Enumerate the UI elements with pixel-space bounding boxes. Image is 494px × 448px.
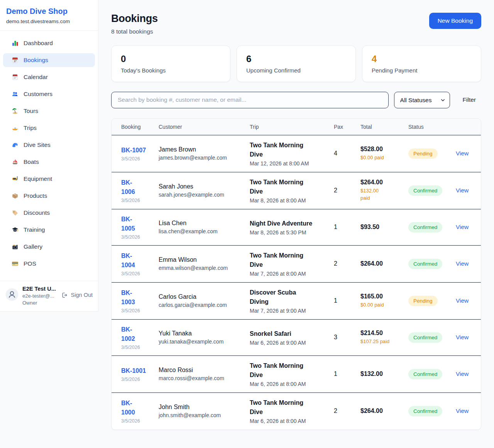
- customer-name: Lisa Chen: [159, 220, 242, 227]
- status-filter-select[interactable]: All Statuses: [394, 92, 450, 108]
- view-link[interactable]: View: [456, 334, 469, 340]
- user-role: Owner: [22, 300, 58, 306]
- booking-date: 3/5/2026: [121, 418, 151, 424]
- sign-out-label: Sign Out: [71, 292, 93, 298]
- table-row: BK-1000 3/5/2026 John Smith john.smith@e…: [112, 392, 481, 429]
- view-link[interactable]: View: [456, 371, 469, 377]
- sidebar-item-tours[interactable]: Tours: [3, 104, 95, 118]
- trip-datetime: Mar 8, 2026 at 5:30 PM: [250, 229, 326, 236]
- total-amount: $93.50: [360, 224, 401, 231]
- sidebar-item-discounts[interactable]: Discounts: [3, 206, 95, 220]
- sidebar-item-label: Dashboard: [24, 40, 53, 47]
- view-link[interactable]: View: [456, 408, 469, 414]
- sidebar-item-dive-sites[interactable]: Dive Sites: [3, 138, 95, 152]
- pax-value: 2: [334, 187, 337, 194]
- island-icon: [12, 108, 19, 115]
- search-input[interactable]: [111, 92, 389, 108]
- view-link[interactable]: View: [456, 260, 469, 267]
- status-badge: Confirmed: [408, 369, 442, 379]
- column-header-status: Status: [404, 119, 452, 135]
- stat-value: 6: [246, 54, 346, 65]
- stat-label: Upcoming Confirmed: [246, 67, 346, 74]
- trip-name: Two Tank MorningDive: [250, 178, 326, 196]
- paid-amount: $132.00paid: [360, 187, 401, 202]
- total-amount: $528.00: [360, 146, 401, 153]
- stat-card-upcoming-confirmed: 6 Upcoming Confirmed: [237, 45, 356, 82]
- filter-button[interactable]: Filter: [463, 96, 476, 103]
- users-icon: [12, 91, 19, 98]
- sidebar-item-dashboard[interactable]: Dashboard: [3, 36, 95, 50]
- sidebar-item-label: Equipment: [24, 175, 52, 182]
- view-link[interactable]: View: [456, 187, 469, 194]
- sidebar-item-trips[interactable]: Trips: [3, 121, 95, 135]
- table-row: BK-1006 3/5/2026 Sarah Jones sarah.jones…: [112, 172, 481, 209]
- sidebar-item-label: Tours: [24, 108, 38, 115]
- trip-datetime: Mar 6, 2026 at 8:00 AM: [250, 381, 326, 387]
- pax-value: 4: [334, 150, 337, 157]
- sidebar-item-label: Training: [24, 226, 45, 233]
- trip-name: Night Dive Adventure: [250, 219, 326, 228]
- view-link[interactable]: View: [456, 224, 469, 230]
- booking-id-link[interactable]: BK-1002: [121, 325, 135, 344]
- booking-id-link[interactable]: BK-1007: [121, 146, 146, 155]
- package-icon: [12, 192, 19, 199]
- sidebar-item-pos[interactable]: POS: [3, 257, 95, 271]
- pax-value: 1: [334, 297, 337, 304]
- booking-id-link[interactable]: BK-1005: [121, 215, 135, 233]
- sidebar-item-bookings[interactable]: 17 Bookings: [3, 53, 95, 67]
- brand-block: Demo Dive Shop demo.test.divestreams.com: [0, 0, 98, 31]
- grad-cap-icon: [12, 226, 19, 233]
- status-badge: Pending: [408, 296, 438, 306]
- booking-id-link[interactable]: BK-1006: [121, 178, 135, 197]
- customer-name: Yuki Tanaka: [159, 330, 242, 337]
- svg-text:17: 17: [14, 60, 17, 62]
- page-header: Bookings 8 total bookings New Booking: [111, 13, 481, 35]
- booking-date: 3/5/2026: [121, 345, 151, 350]
- view-link[interactable]: View: [456, 150, 469, 157]
- trip-datetime: Mar 6, 2026 at 9:00 AM: [250, 340, 326, 346]
- new-booking-button[interactable]: New Booking: [429, 13, 481, 29]
- booking-id-link[interactable]: BK-1003: [121, 288, 135, 307]
- logout-icon: [61, 291, 68, 298]
- customer-name: Carlos Garcia: [159, 293, 242, 300]
- sidebar-item-customers[interactable]: Customers: [3, 87, 95, 101]
- sidebar-item-training[interactable]: Training: [3, 223, 95, 237]
- booking-id-link[interactable]: BK-1004: [121, 251, 135, 270]
- sidebar-item-label: Gallery: [24, 243, 42, 250]
- customer-email: carlos.garcia@example.com: [159, 302, 242, 308]
- table-row: BK-1005 3/5/2026 Lisa Chen lisa.chen@exa…: [112, 209, 481, 245]
- sidebar-item-label: Customers: [24, 91, 52, 98]
- sidebar-item-gallery[interactable]: Gallery: [3, 240, 95, 254]
- customer-email: marco.rossi@example.com: [159, 375, 242, 381]
- column-header-total: Total: [357, 119, 404, 135]
- sidebar-item-label: Trips: [24, 125, 37, 131]
- column-header-customer: Customer: [155, 119, 246, 135]
- trip-datetime: Mar 6, 2026 at 8:00 AM: [250, 418, 326, 424]
- booking-id-link[interactable]: BK-1000: [121, 399, 135, 417]
- booking-date: 3/5/2026: [121, 271, 151, 276]
- brand-link[interactable]: Demo Dive Shop: [6, 7, 92, 16]
- trip-datetime: Mar 8, 2026 at 8:00 AM: [250, 197, 326, 204]
- trip-name: Two Tank MorningDive: [250, 398, 326, 417]
- trip-name: Discover ScubaDiving: [250, 288, 326, 307]
- total-amount: $264.00: [360, 408, 401, 414]
- sidebar: Demo Dive Shop demo.test.divestreams.com…: [0, 0, 98, 312]
- sign-out-button[interactable]: Sign Out: [61, 291, 93, 298]
- sidebar-item-equipment[interactable]: Equipment: [3, 172, 95, 186]
- bookings-table-card: BookingCustomerTripPaxTotalStatus BK-100…: [111, 118, 481, 430]
- trip-datetime: Mar 12, 2026 at 8:00 AM: [250, 160, 326, 167]
- sidebar-item-boats[interactable]: Boats: [3, 155, 95, 169]
- wave-icon: [12, 141, 19, 148]
- main-content: Bookings 8 total bookings New Booking 0 …: [98, 0, 494, 448]
- view-link[interactable]: View: [456, 297, 469, 304]
- sidebar-item-products[interactable]: Products: [3, 189, 95, 203]
- trip-datetime: Mar 7, 2026 at 9:00 AM: [250, 308, 326, 314]
- status-badge: Confirmed: [408, 259, 442, 269]
- sidebar-item-label: Dive Sites: [24, 141, 51, 148]
- table-row: BK-1004 3/5/2026 Emma Wilson emma.wilson…: [112, 245, 481, 282]
- user-name: E2E Test U...: [22, 286, 58, 292]
- booking-date: 3/5/2026: [121, 377, 151, 382]
- sidebar-item-calendar[interactable]: Calendar: [3, 70, 95, 84]
- booking-id-link[interactable]: BK-1001: [121, 366, 146, 376]
- sidebar-nav: Dashboard 17 Bookings Calendar Customers…: [0, 31, 98, 275]
